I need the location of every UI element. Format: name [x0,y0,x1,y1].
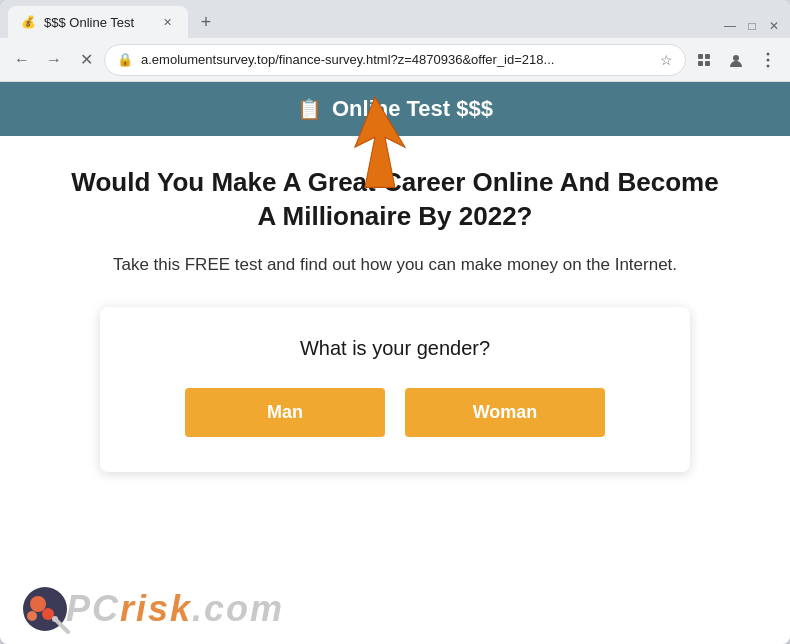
tab-favicon: 💰 [20,14,36,30]
svg-point-4 [733,55,739,61]
maximize-button[interactable]: □ [744,18,760,34]
svg-rect-2 [698,61,703,66]
tab-bar: 💰 $$$ Online Test ✕ + — □ ✕ [0,0,790,38]
svg-point-6 [767,58,770,61]
url-text: a.emolumentsurvey.top/finance-survey.htm… [141,52,652,67]
watermark: PCrisk.com [20,584,284,634]
svg-rect-3 [705,61,710,66]
window-controls: — □ ✕ [722,18,790,34]
svg-rect-0 [698,54,703,59]
minimize-button[interactable]: — [722,18,738,34]
site-header: 📋 Online Test $$$ [0,82,790,136]
svg-point-12 [27,611,37,621]
svg-point-7 [767,64,770,67]
extensions-button[interactable] [690,46,718,74]
tab-title: $$$ Online Test [44,15,150,30]
gender-buttons: Man Woman [140,388,650,437]
gender-card: What is your gender? Man Woman [100,307,690,472]
reload-stop-button[interactable]: ✕ [72,46,100,74]
main-heading: Would You Make A Great Career Online And… [60,166,730,234]
menu-button[interactable] [754,46,782,74]
man-button[interactable]: Man [185,388,385,437]
forward-button[interactable]: → [40,46,68,74]
webpage-content: 📋 Online Test $$$ Would You Make A Great… [0,82,790,644]
back-button[interactable]: ← [8,46,36,74]
sub-heading: Take this FREE test and find out how you… [60,252,730,278]
svg-point-14 [52,616,58,622]
site-header-title: Online Test $$$ [332,96,493,122]
profile-button[interactable] [722,46,750,74]
svg-rect-1 [705,54,710,59]
browser-window: 💰 $$$ Online Test ✕ + — □ ✕ ← → ✕ 🔒 a.em… [0,0,790,644]
nav-right-icons [690,46,782,74]
woman-button[interactable]: Woman [405,388,605,437]
bookmark-icon[interactable]: ☆ [660,52,673,68]
navigation-bar: ← → ✕ 🔒 a.emolumentsurvey.top/finance-su… [0,38,790,82]
svg-point-10 [30,596,46,612]
address-bar[interactable]: 🔒 a.emolumentsurvey.top/finance-survey.h… [104,44,686,76]
watermark-text: PCrisk.com [66,588,284,630]
active-tab[interactable]: 💰 $$$ Online Test ✕ [8,6,188,38]
gender-question: What is your gender? [140,337,650,360]
svg-point-5 [767,52,770,55]
new-tab-button[interactable]: + [192,8,220,36]
window-close-button[interactable]: ✕ [766,18,782,34]
site-header-icon: 📋 [297,97,322,121]
main-content: Would You Make A Great Career Online And… [0,136,790,492]
tab-close-button[interactable]: ✕ [158,13,176,31]
lock-icon: 🔒 [117,52,133,67]
